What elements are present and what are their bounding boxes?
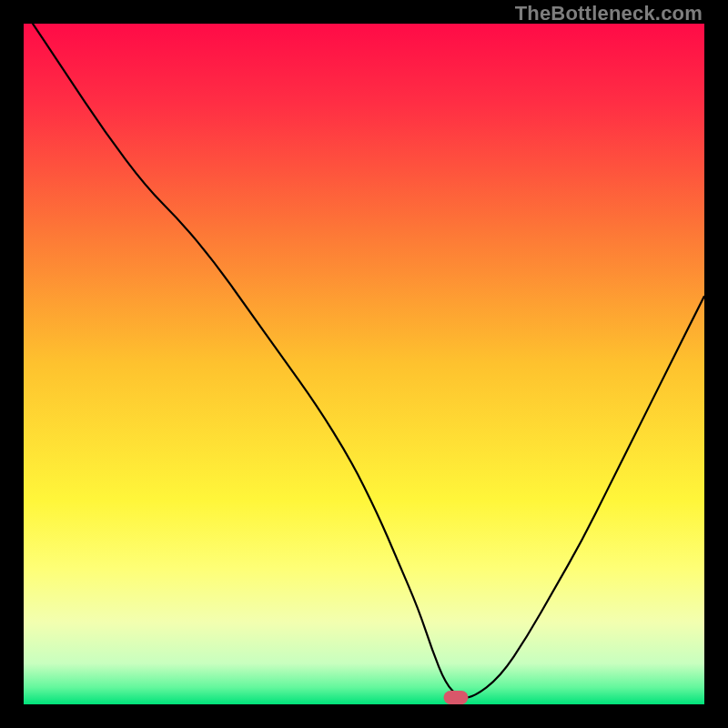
optimal-point-marker	[444, 691, 469, 704]
bottleneck-chart	[24, 24, 704, 704]
chart-frame: TheBottleneck.com	[0, 0, 728, 728]
gradient-background	[24, 24, 704, 704]
watermark-text: TheBottleneck.com	[515, 2, 703, 25]
